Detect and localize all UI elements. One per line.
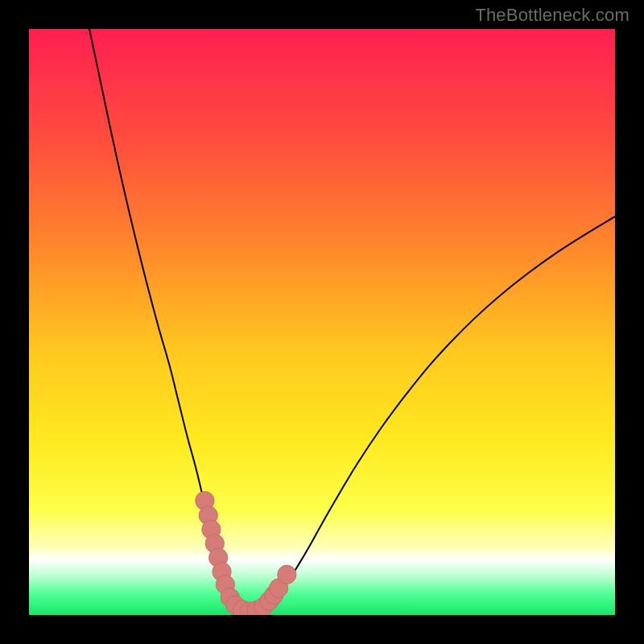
watermark-text: TheBottleneck.com: [475, 5, 630, 26]
svg-rect-0: [29, 29, 615, 615]
plot-area: [29, 29, 615, 615]
chart-stage: TheBottleneck.com: [0, 0, 644, 644]
background-gradient: [29, 29, 615, 615]
